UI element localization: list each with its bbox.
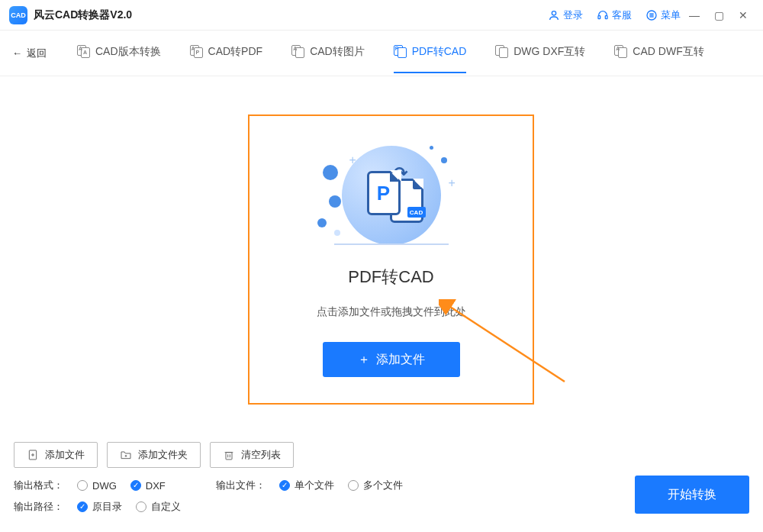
add-file-label: 添加文件 <box>376 352 425 368</box>
bottom-panel: 添加文件 添加文件夹 清空列表 输出格式： DWG DXF 输出文件： 单个文件… <box>0 433 763 532</box>
radio-dwg-label: DWG <box>92 480 117 492</box>
tab-label: CAD DWF互转 <box>633 45 703 59</box>
back-button[interactable]: ← 返回 <box>12 47 47 60</box>
login-label: 登录 <box>563 8 583 22</box>
tab-label: PDF转CAD <box>412 45 467 59</box>
close-icon: ✕ <box>739 9 748 21</box>
radio-multi-label: 多个文件 <box>363 479 403 492</box>
headset-icon <box>597 9 609 21</box>
minimize-icon: — <box>689 9 700 21</box>
tab-cad-dwf[interactable]: A CAD DWF互转 <box>614 45 703 61</box>
menu-label: 菜单 <box>661 8 681 22</box>
tab-label: DWG DXF互转 <box>513 45 585 59</box>
maximize-icon: ▢ <box>714 9 724 21</box>
trash-icon <box>223 449 235 461</box>
close-button[interactable]: ✕ <box>732 5 754 26</box>
tab-cad-version[interactable]: AA CAD版本转换 <box>77 45 161 61</box>
tab-label: CAD转图片 <box>310 45 365 59</box>
radio-custom-dir[interactable]: 自定义 <box>136 500 181 514</box>
convert-icon: AA <box>77 45 91 59</box>
title-bar: CAD 风云CAD转换器V2.0 登录 客服 菜单 — ▢ ✕ <box>0 0 763 31</box>
start-label: 开始转换 <box>668 488 716 501</box>
tab-dwg-dxf[interactable]: DWG DXF互转 <box>495 45 585 61</box>
radio-original-label: 原目录 <box>92 500 122 514</box>
radio-original-dir[interactable]: 原目录 <box>77 500 122 514</box>
minimize-button[interactable]: — <box>684 5 705 26</box>
app-logo: CAD <box>9 6 27 24</box>
add-folder-button[interactable]: 添加文件夹 <box>107 442 201 468</box>
add-file-button[interactable]: ＋ 添加文件 <box>323 342 460 377</box>
drop-title: PDF转CAD <box>348 266 433 289</box>
start-convert-button[interactable]: 开始转换 <box>635 476 749 514</box>
convert-icon: AP <box>190 45 204 59</box>
convert-icon <box>495 45 509 59</box>
convert-icon: A <box>614 45 628 59</box>
output-format-label: 输出格式： <box>14 479 63 492</box>
convert-icon: A <box>291 45 305 59</box>
output-file-label: 输出文件： <box>216 479 266 492</box>
maximize-button[interactable]: ▢ <box>708 5 729 26</box>
radio-custom-label: 自定义 <box>151 500 181 514</box>
app-logo-text: CAD <box>11 11 26 19</box>
file-front-icon: P <box>367 171 401 215</box>
drop-zone[interactable]: ++ ↷ CAD P PDF转CAD 点击添加文件或拖拽文件到此处 ＋ 添加文件 <box>248 114 534 405</box>
radio-multi-file[interactable]: 多个文件 <box>348 479 403 492</box>
convert-icon: P <box>394 45 407 59</box>
clear-list-button[interactable]: 清空列表 <box>210 442 294 468</box>
radio-dwg[interactable]: DWG <box>77 480 117 492</box>
tab-label: CAD版本转换 <box>95 45 161 59</box>
tabs-bar: ← 返回 AA CAD版本转换 AP CAD转PDF A CAD转图片 P PD… <box>0 31 763 76</box>
user-icon <box>548 9 560 21</box>
svg-rect-2 <box>605 15 607 18</box>
menu-button[interactable]: 菜单 <box>645 8 681 22</box>
svg-rect-1 <box>598 15 600 18</box>
svg-point-0 <box>552 11 555 15</box>
drop-illustration: ++ ↷ CAD P <box>315 142 468 249</box>
radio-dxf[interactable]: DXF <box>130 480 166 492</box>
app-title: 风云CAD转换器V2.0 <box>34 8 132 22</box>
clear-list-label: 清空列表 <box>241 448 281 462</box>
tab-cad-to-pdf[interactable]: AP CAD转PDF <box>190 45 263 61</box>
file-plus-icon <box>27 449 39 461</box>
radio-single-file[interactable]: 单个文件 <box>279 479 334 492</box>
back-label: 返回 <box>27 47 47 60</box>
menu-icon <box>645 9 658 21</box>
support-label: 客服 <box>612 8 632 22</box>
folder-plus-icon <box>120 449 132 461</box>
radio-dxf-label: DXF <box>146 480 166 492</box>
arrow-left-icon: ← <box>12 47 22 59</box>
tab-cad-to-image[interactable]: A CAD转图片 <box>291 45 365 61</box>
svg-rect-14 <box>226 453 232 459</box>
drop-subtitle: 点击添加文件或拖拽文件到此处 <box>317 305 466 319</box>
support-button[interactable]: 客服 <box>597 8 632 22</box>
add-file-bottom-label: 添加文件 <box>45 448 85 462</box>
add-file-bottom-button[interactable]: 添加文件 <box>14 442 98 468</box>
radio-single-label: 单个文件 <box>295 479 334 492</box>
add-folder-label: 添加文件夹 <box>138 448 188 462</box>
plus-icon: ＋ <box>358 352 370 368</box>
output-path-label: 输出路径： <box>14 500 63 514</box>
tab-pdf-to-cad[interactable]: P PDF转CAD <box>394 45 467 61</box>
login-button[interactable]: 登录 <box>548 8 583 22</box>
tab-label: CAD转PDF <box>208 45 263 59</box>
